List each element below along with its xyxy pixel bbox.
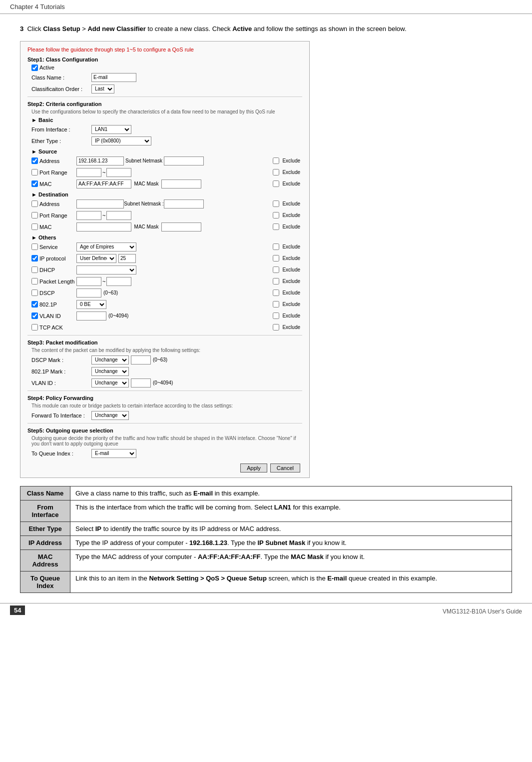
src-port-input1[interactable] <box>76 168 101 177</box>
classification-order-select[interactable]: Last First <box>91 84 114 94</box>
dhcp-exclude: Exclude <box>273 266 302 273</box>
dhcp-select[interactable] <box>76 266 136 274</box>
8021p-checkbox[interactable] <box>31 301 38 308</box>
src-address-exclude: Exclude <box>273 158 302 164</box>
dst-address-checkbox-label[interactable]: Address <box>31 200 76 207</box>
dst-mac-mask-input[interactable] <box>161 222 201 232</box>
dst-mac-input[interactable] <box>76 222 131 232</box>
active-checkbox[interactable] <box>31 64 38 71</box>
step3-desc: The content of the packet can be modifie… <box>27 348 302 353</box>
tcp-ack-checkbox-label[interactable]: TCP ACK <box>31 324 76 330</box>
dst-port-input2[interactable] <box>106 211 131 220</box>
vlan-id-exclude: Exclude <box>273 312 302 319</box>
dst-address-checkbox[interactable] <box>31 200 38 207</box>
forward-interface-select[interactable]: Unchange WAN LAN1 <box>91 411 129 420</box>
table-col1: From Interface <box>20 500 70 522</box>
src-mac-checkbox-label[interactable]: MAC <box>31 180 76 187</box>
vlan-id-mark-select[interactable]: Unchange Set <box>91 378 129 388</box>
others-bullet: ► Others <box>31 234 302 240</box>
8021p-mark-label: 802.1P Mark : <box>31 368 91 374</box>
dst-address-text: Address <box>39 201 59 207</box>
packet-length-input1[interactable] <box>76 277 101 286</box>
packet-length-checkbox-label[interactable]: Packet Length <box>31 278 76 284</box>
dst-address-input[interactable] <box>76 200 124 208</box>
dst-port-input1[interactable] <box>76 211 101 220</box>
8021p-exclude-checkbox[interactable] <box>273 301 279 308</box>
service-select[interactable]: Age of Empires HTTP FTP <box>76 242 136 252</box>
vlan-id-exclude-checkbox[interactable] <box>273 312 279 319</box>
tcp-ack-checkbox[interactable] <box>31 324 38 330</box>
vlan-id-checkbox[interactable] <box>31 312 38 319</box>
ether-type-select[interactable]: IP (0x0800) ARP <box>91 136 151 146</box>
packet-length-checkbox[interactable] <box>31 278 38 284</box>
dscp-checkbox[interactable] <box>31 290 38 296</box>
dscp-exclude-checkbox[interactable] <box>273 290 279 296</box>
ip-protocol-checkbox[interactable] <box>31 255 38 262</box>
queue-index-select[interactable]: E-mail None <box>91 449 136 458</box>
dst-mac-checkbox-label[interactable]: MAC <box>31 224 76 230</box>
src-address-input[interactable] <box>76 156 124 166</box>
src-port-row: Port Range ~ Exclude <box>27 168 302 178</box>
8021p-mark-select[interactable]: Unchange Set <box>91 367 129 376</box>
ether-type-label: Ether Type : <box>31 138 91 144</box>
src-mac-mask-label: MAC Mask <box>131 181 161 186</box>
class-name-label: Class Name : <box>31 74 91 80</box>
dst-mac-checkbox[interactable] <box>31 224 38 230</box>
src-mac-exclude: Exclude <box>273 180 302 187</box>
dhcp-exclude-checkbox[interactable] <box>273 266 279 273</box>
dscp-mark-select[interactable]: Unchange Set <box>91 356 129 364</box>
service-exclude-checkbox[interactable] <box>273 244 279 250</box>
ip-protocol-checkbox-label[interactable]: IP protocol <box>31 255 76 262</box>
dst-port-checkbox-label[interactable]: Port Range <box>31 212 76 218</box>
table-col1: To Queue Index <box>20 571 70 592</box>
src-mac-input[interactable] <box>76 180 131 188</box>
src-port-exclude-checkbox[interactable] <box>273 169 279 176</box>
apply-button[interactable]: Apply <box>240 464 267 472</box>
dscp-row: DSCP (0~63) Exclude <box>27 288 302 298</box>
tcp-ack-row: TCP ACK Exclude <box>27 322 302 332</box>
dhcp-checkbox[interactable] <box>31 266 38 273</box>
src-mac-mask-input[interactable] <box>161 180 201 188</box>
divider3 <box>27 390 302 391</box>
src-port-text: Port Range <box>39 170 67 176</box>
forward-interface-row: Forward To Interface : Unchange WAN LAN1 <box>27 410 302 420</box>
dst-port-checkbox[interactable] <box>31 212 38 218</box>
dhcp-checkbox-label[interactable]: DHCP <box>31 266 76 273</box>
src-subnet-input[interactable] <box>164 156 204 166</box>
vlan-id-input[interactable] <box>76 312 106 320</box>
dst-address-exclude-checkbox[interactable] <box>273 200 279 207</box>
class-name-input[interactable] <box>91 73 136 82</box>
src-port-input2[interactable] <box>106 168 131 177</box>
ip-protocol-select[interactable]: User Defined TCP UDP <box>76 254 116 263</box>
dscp-mark-input[interactable] <box>131 356 151 364</box>
src-mac-exclude-checkbox[interactable] <box>273 180 279 187</box>
ip-protocol-exclude-checkbox[interactable] <box>273 255 279 262</box>
dscp-input[interactable] <box>76 288 101 298</box>
src-address-checkbox[interactable] <box>31 158 38 164</box>
dst-port-exclude-checkbox[interactable] <box>273 212 279 218</box>
src-mac-row: MAC MAC Mask Exclude <box>27 179 302 189</box>
dst-subnet-input[interactable] <box>164 200 204 208</box>
vlan-id-text: VLAN ID <box>39 313 61 319</box>
vlan-id-checkbox-label[interactable]: VLAN ID <box>31 312 76 319</box>
packet-length-exclude-checkbox[interactable] <box>273 278 279 284</box>
src-mac-checkbox[interactable] <box>31 180 38 187</box>
dst-mac-exclude-checkbox[interactable] <box>273 224 279 230</box>
8021p-checkbox-label[interactable]: 802.1P <box>31 301 76 308</box>
src-address-checkbox-label[interactable]: Address <box>31 158 76 164</box>
packet-length-input2[interactable] <box>106 277 131 286</box>
src-port-checkbox[interactable] <box>31 169 38 176</box>
8021p-select[interactable]: 0 BE 1 BK 2 EE <box>76 300 106 309</box>
others-service-checkbox[interactable] <box>31 244 38 250</box>
src-port-checkbox-label[interactable]: Port Range <box>31 169 76 176</box>
src-address-exclude-checkbox[interactable] <box>273 158 279 164</box>
others-service-checkbox-label[interactable]: Service <box>31 244 76 250</box>
dscp-checkbox-label[interactable]: DSCP <box>31 290 76 296</box>
ip-protocol-input[interactable] <box>118 254 136 263</box>
tcp-ack-exclude-checkbox[interactable] <box>273 324 279 330</box>
cancel-button[interactable]: Cancel <box>270 464 300 472</box>
vlan-id-mark-input[interactable] <box>131 378 151 388</box>
active-checkbox-label[interactable]: Active <box>31 64 302 71</box>
from-interface-select[interactable]: LAN1 LAN2 WAN <box>91 125 131 134</box>
vlan-id-mark-row: VLAN ID : Unchange Set (0~4094) <box>27 378 302 388</box>
